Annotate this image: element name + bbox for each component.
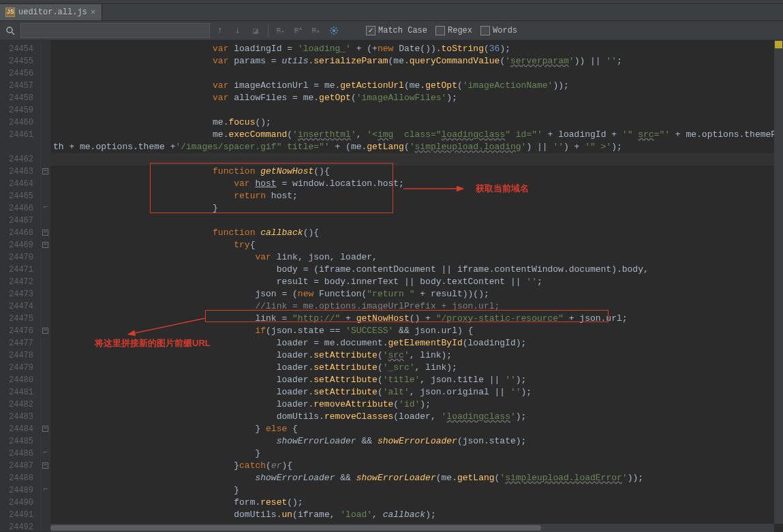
settings-icon[interactable]	[326, 23, 341, 38]
svg-point-0	[7, 27, 12, 33]
editor-area: 2445424455244562445724458244592446024461…	[0, 40, 783, 531]
svg-line-8	[336, 32, 337, 33]
filter-icon[interactable]: ◪	[248, 23, 263, 38]
close-icon[interactable]: ×	[91, 7, 96, 18]
svg-line-10	[336, 28, 337, 29]
svg-line-12	[128, 318, 206, 334]
find-toolbar: ↑ ↓ ◪ ⎘₊ ⎘ᴬ ⎘ₓ Match Case Regex Words	[0, 21, 783, 40]
js-file-icon: JS	[5, 7, 15, 17]
search-icon[interactable]	[3, 23, 18, 38]
tab-bar: JS ueditor.all.js ×	[0, 4, 783, 21]
match-case-checkbox[interactable]: Match Case	[366, 26, 427, 35]
annotation-arrow-1	[403, 185, 468, 193]
next-match-icon[interactable]: ↓	[230, 23, 245, 38]
regex-checkbox[interactable]: Regex	[435, 26, 472, 35]
annotation-arrow-2	[125, 317, 207, 337]
code-content[interactable]: 获取当前域名 将这里拼接新的图片前缀URL var loadingId = 'l…	[50, 40, 783, 531]
file-tab[interactable]: JS ueditor.all.js ×	[0, 4, 102, 20]
fold-gutter: −⌐−−−−⌐−⌐	[41, 40, 50, 531]
svg-line-9	[331, 32, 333, 33]
prev-match-icon[interactable]: ↑	[213, 23, 228, 38]
annotation-text-1: 获取当前域名	[476, 183, 529, 195]
svg-line-1	[12, 32, 14, 35]
svg-point-2	[333, 29, 335, 32]
annotation-text-2: 将这里拼接新的图片前缀URL	[95, 337, 211, 349]
search-input[interactable]	[20, 23, 210, 38]
select-all-icon[interactable]: ⎘ᴬ	[291, 23, 306, 38]
remove-occurrence-icon[interactable]: ⎘ₓ	[309, 23, 324, 38]
svg-line-7	[331, 28, 333, 29]
tab-filename: ueditor.all.js	[18, 7, 87, 17]
line-number-gutter: 2445424455244562445724458244592446024461…	[0, 40, 41, 531]
words-checkbox[interactable]: Words	[480, 26, 517, 35]
vertical-scrollbar[interactable]	[774, 40, 783, 524]
horizontal-scrollbar[interactable]	[50, 524, 774, 532]
inspection-indicator-icon[interactable]	[775, 41, 782, 48]
separator	[268, 25, 268, 37]
scrollbar-thumb[interactable]	[50, 525, 541, 531]
add-selection-icon[interactable]: ⎘₊	[273, 23, 288, 38]
